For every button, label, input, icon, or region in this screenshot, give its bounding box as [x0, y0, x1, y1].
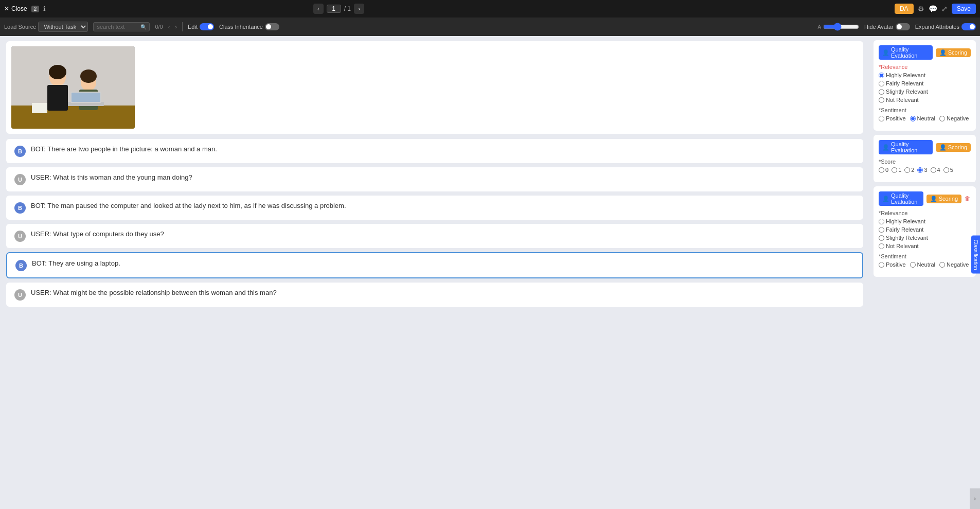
eval-card-1: 👤 Quality Evaluation 👤 Scoring *Relevanc… [874, 40, 976, 131]
sentiment-negative[interactable]: Negative [939, 115, 969, 121]
image-placeholder [11, 46, 135, 129]
quality-icon-2: 👤 [882, 144, 889, 151]
svg-rect-2 [11, 106, 135, 129]
svg-rect-11 [72, 93, 100, 102]
relevance-not[interactable]: Not Relevant [879, 97, 919, 103]
chat-icon[interactable]: 💬 [929, 5, 937, 13]
relevance-fairly[interactable]: Fairly Relevant [879, 80, 923, 86]
quality-icon: 👤 [882, 49, 889, 56]
eval-card-header-3: 👤 Quality Evaluation 👤 Scoring 🗑 [879, 191, 971, 206]
nav-arrow-right[interactable]: › [175, 24, 177, 30]
sentiment-negative-3[interactable]: Negative [939, 261, 969, 268]
message-text: BOT: There are two people in the picture… [31, 145, 217, 153]
relevance-slightly[interactable]: Slightly Relevant [879, 89, 928, 95]
expand-attributes-label: Expand Attributes [915, 24, 959, 30]
message-text: BOT: The man paused the computer and loo… [31, 202, 346, 209]
relevance-fairly-3[interactable]: Fairly Relevant [879, 226, 923, 233]
scoring-icon-2: 👤 [939, 144, 947, 151]
quality-label: Quality Evaluation [891, 46, 929, 59]
eval-card-header: 👤 Quality Evaluation 👤 Scoring [879, 140, 971, 154]
svg-rect-4 [47, 85, 68, 111]
close-button[interactable]: ✕ Close [4, 5, 27, 12]
scoring-label-3: Scoring [939, 196, 958, 202]
eval-card-header: 👤 Quality Evaluation 👤 Scoring [879, 45, 971, 60]
relevance-highly[interactable]: Highly Relevant [879, 72, 925, 78]
search-counter: 0/0 [155, 24, 163, 30]
score-1[interactable]: 1 [892, 167, 901, 173]
search-icon: 🔍 [140, 24, 147, 30]
sentiment-radio-group-3: Positive Neutral Negative [879, 261, 971, 268]
prev-page-button[interactable]: ‹ [313, 4, 324, 14]
page-total: / 1 [344, 5, 351, 12]
class-inheritance-toggle[interactable] [265, 23, 279, 30]
chat-message[interactable]: U USER: What is this woman and the young… [6, 167, 863, 191]
score-0[interactable]: 0 [879, 167, 888, 173]
sentiment-label-3: *Sentiment [879, 253, 971, 259]
chat-message[interactable]: U USER: What type of computers do they u… [6, 224, 863, 248]
sentiment-positive[interactable]: Positive [879, 115, 906, 121]
avatar: B [15, 260, 27, 271]
chat-message[interactable]: B BOT: There are two people in the pictu… [6, 139, 863, 163]
relevance-highly-3[interactable]: Highly Relevant [879, 218, 925, 224]
sentiment-positive-3[interactable]: Positive [879, 261, 906, 268]
page-input[interactable] [327, 5, 341, 13]
nav-arrow-left[interactable]: ‹ [168, 24, 170, 30]
chat-message[interactable]: B BOT: The man paused the computer and l… [6, 196, 863, 220]
scoring-icon: 👤 [939, 49, 947, 56]
next-page-button[interactable]: › [354, 4, 364, 14]
font-size-slider[interactable] [823, 23, 859, 31]
save-button[interactable]: Save [952, 4, 976, 14]
avatar: B [14, 146, 26, 157]
sentiment-section-3: *Sentiment Positive Neutral Negative [879, 253, 971, 268]
message-text: USER: What type of computers do they use… [31, 230, 164, 238]
eval-card-3: 👤 Quality Evaluation 👤 Scoring 🗑 *Releva… [874, 186, 976, 277]
quality-evaluation-tab-3[interactable]: 👤 Quality Evaluation [879, 191, 923, 206]
score-4[interactable]: 4 [931, 167, 940, 173]
settings-icon[interactable]: ⚙ [918, 5, 924, 13]
score-section: *Score 0 1 2 3 4 [879, 159, 971, 173]
delete-eval-button[interactable]: 🗑 [965, 195, 971, 202]
chat-message[interactable]: U USER: What might be the possible relat… [6, 283, 863, 307]
scoring-tab-3[interactable]: 👤 Scoring [926, 195, 961, 203]
quality-evaluation-tab-2[interactable]: 👤 Quality Evaluation [879, 140, 933, 154]
info-icon[interactable]: ℹ [43, 5, 46, 12]
da-button[interactable]: DA [895, 4, 914, 14]
main-layout: B BOT: There are two people in the pictu… [0, 36, 980, 509]
badge-count: 2 [31, 6, 40, 12]
scoring-tab-2[interactable]: 👤 Scoring [936, 143, 971, 152]
topbar-right: DA ⚙ 💬 ⤢ Save [895, 4, 976, 14]
relevance-slightly-3[interactable]: Slightly Relevant [879, 235, 928, 241]
scoring-tab[interactable]: 👤 Scoring [936, 48, 971, 57]
expand-icon[interactable]: ⤢ [941, 5, 948, 13]
font-size-control: A [817, 23, 859, 31]
sentiment-neutral[interactable]: Neutral [910, 115, 935, 121]
scoring-label: Scoring [948, 49, 967, 56]
content-area: B BOT: There are two people in the pictu… [0, 36, 869, 509]
relevance-not-3[interactable]: Not Relevant [879, 243, 919, 249]
search-wrap: 🔍 [93, 22, 150, 31]
close-label: Close [11, 5, 27, 12]
chat-message-selected[interactable]: B BOT: They are using a laptop. [6, 252, 863, 278]
class-inheritance-wrap: Class Inheritance [219, 23, 279, 30]
hide-avatar-label: Hide Avatar [864, 24, 894, 30]
classification-tab[interactable]: Classification [971, 235, 980, 274]
message-text: USER: What is this woman and the young m… [31, 173, 192, 181]
expand-attributes-toggle[interactable] [961, 23, 976, 30]
edit-toggle-wrap: Edit [188, 23, 214, 30]
classification-label: Classification [973, 239, 978, 270]
score-3[interactable]: 3 [917, 167, 927, 173]
eval-card-2: 👤 Quality Evaluation 👤 Scoring *Score 0 … [874, 135, 976, 182]
svg-rect-12 [32, 103, 47, 113]
sentiment-neutral-3[interactable]: Neutral [910, 261, 935, 268]
score-2[interactable]: 2 [904, 167, 914, 173]
load-source-select[interactable]: Without Task [38, 22, 88, 32]
collapse-panel-button[interactable]: › [970, 488, 980, 509]
close-icon: ✕ [4, 5, 9, 12]
quality-evaluation-tab[interactable]: 👤 Quality Evaluation [879, 45, 933, 60]
sentiment-section: *Sentiment Positive Neutral Negative [879, 107, 971, 121]
hide-avatar-toggle[interactable] [896, 23, 910, 30]
sentiment-label: *Sentiment [879, 107, 971, 113]
edit-toggle[interactable] [200, 23, 214, 30]
score-5[interactable]: 5 [943, 167, 953, 173]
load-source-item: Load Source Without Task [4, 22, 88, 32]
